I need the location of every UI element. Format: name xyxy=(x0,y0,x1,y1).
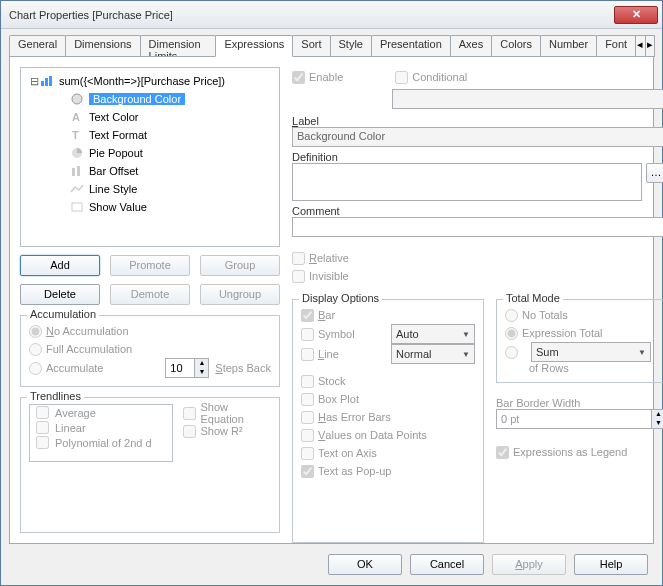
close-button[interactable]: ✕ xyxy=(614,6,658,24)
spin-down-icon[interactable]: ▼ xyxy=(651,419,663,428)
tab-expressions[interactable]: Expressions xyxy=(215,35,293,57)
tree-item-showvalue[interactable]: Show Value xyxy=(25,198,275,216)
add-button[interactable]: Add xyxy=(20,255,100,276)
tab-colors[interactable]: Colors xyxy=(491,35,541,57)
trendlines-legend: Trendlines xyxy=(27,390,84,402)
svg-rect-8 xyxy=(77,166,80,176)
list-item[interactable]: Linear xyxy=(30,420,172,435)
tree-item-label: Bar Offset xyxy=(89,165,138,177)
text-format-icon: T xyxy=(69,128,85,142)
spin-up-icon[interactable]: ▲ xyxy=(651,410,663,419)
tree-root-label: sum({<Month=>}[Purchase Price]) xyxy=(59,75,225,87)
tree-item-label: Background Color xyxy=(89,93,185,105)
tree-item-bgcolor[interactable]: Background Color xyxy=(25,90,275,108)
tree-item-linestyle[interactable]: Line Style xyxy=(25,180,275,198)
tree-item-label: Pie Popout xyxy=(89,147,143,159)
tree-item-label: Line Style xyxy=(89,183,137,195)
tree-item-baroffset[interactable]: Bar Offset xyxy=(25,162,275,180)
list-item[interactable]: Average xyxy=(30,405,172,420)
check-has-error-bars[interactable]: Has Error Bars xyxy=(301,408,475,426)
tree-item-textformat[interactable]: T Text Format xyxy=(25,126,275,144)
svg-rect-0 xyxy=(41,81,44,86)
radio-no-totals[interactable]: No Totals xyxy=(505,306,657,324)
definition-input[interactable] xyxy=(292,163,642,201)
tab-presentation[interactable]: Presentation xyxy=(371,35,451,57)
check-values-datapoints[interactable]: Values on Data Points xyxy=(301,426,475,444)
collapse-icon[interactable]: ⊟ xyxy=(29,75,39,88)
check-boxplot[interactable]: Box Plot xyxy=(301,390,475,408)
group-button[interactable]: Group xyxy=(200,255,280,276)
definition-expand-button[interactable]: … xyxy=(646,163,663,183)
radio-accumulate[interactable]: Accumulate xyxy=(29,359,103,377)
check-symbol[interactable]: Symbol xyxy=(301,325,385,343)
tab-general[interactable]: General xyxy=(9,35,66,57)
comment-input[interactable] xyxy=(292,217,663,237)
total-mode-group: Total Mode No Totals Expression Total Su… xyxy=(496,299,663,383)
bar-border-label: Bar Border Width xyxy=(496,397,663,409)
tab-dimension-limits[interactable]: Dimension Limits xyxy=(140,35,217,57)
delete-button[interactable]: Delete xyxy=(20,284,100,305)
spin-up-icon[interactable]: ▲ xyxy=(194,359,208,368)
check-relative[interactable]: Relative xyxy=(292,249,663,267)
pie-icon xyxy=(69,146,85,160)
symbol-combo[interactable]: Auto▼ xyxy=(391,324,475,344)
check-conditional[interactable]: Conditional xyxy=(395,68,467,86)
check-line[interactable]: Line xyxy=(301,345,385,363)
bar-border-spinner[interactable]: ▲▼ xyxy=(496,409,663,429)
cancel-button[interactable]: Cancel xyxy=(410,554,484,575)
label-label: Label xyxy=(292,115,663,127)
check-enable[interactable]: Enable xyxy=(292,68,343,86)
check-stock[interactable]: Stock xyxy=(301,372,475,390)
tab-dimensions[interactable]: Dimensions xyxy=(65,35,140,57)
tab-sort[interactable]: Sort xyxy=(292,35,330,57)
tab-style[interactable]: Style xyxy=(330,35,372,57)
expression-tree[interactable]: ⊟ sum({<Month=>}[Purchase Price]) Backgr… xyxy=(20,67,280,247)
definition-label: Definition xyxy=(292,151,663,163)
check-bar[interactable]: Bar xyxy=(301,306,475,324)
tab-axes[interactable]: Axes xyxy=(450,35,492,57)
check-text-as-popup[interactable]: Text as Pop-up xyxy=(301,462,475,480)
radio-full-accumulation[interactable]: Full Accumulation xyxy=(29,340,271,358)
window-title: Chart Properties [Purchase Price] xyxy=(9,9,614,21)
steps-input[interactable] xyxy=(166,359,194,377)
sum-combo[interactable]: Sum▼ xyxy=(531,342,651,362)
bar-border-input[interactable] xyxy=(497,410,651,428)
tree-item-label: Text Format xyxy=(89,129,147,141)
tree-root-row[interactable]: ⊟ sum({<Month=>}[Purchase Price]) xyxy=(25,72,275,90)
steps-spinner[interactable]: ▲▼ xyxy=(165,358,209,378)
radio-sum[interactable] xyxy=(505,343,525,361)
label-input[interactable]: Background Color xyxy=(292,127,663,147)
trendlines-list[interactable]: Average Linear Polynomial of 2nd d xyxy=(29,404,173,462)
help-button[interactable]: Help xyxy=(574,554,648,575)
svg-point-3 xyxy=(72,94,82,104)
chart-icon xyxy=(39,74,55,88)
check-expr-as-legend[interactable]: Expressions as Legend xyxy=(496,443,663,461)
steps-back-label: Steps Back xyxy=(215,362,271,374)
check-text-on-axis[interactable]: Text on Axis xyxy=(301,444,475,462)
demote-button[interactable]: Demote xyxy=(110,284,190,305)
ungroup-button[interactable]: Ungroup xyxy=(200,284,280,305)
conditional-input[interactable] xyxy=(392,89,663,109)
promote-button[interactable]: Promote xyxy=(110,255,190,276)
tab-font[interactable]: Font xyxy=(596,35,636,57)
line-combo[interactable]: Normal▼ xyxy=(391,344,475,364)
check-invisible[interactable]: Invisible xyxy=(292,267,663,285)
svg-rect-1 xyxy=(45,78,48,86)
chevron-down-icon: ▼ xyxy=(462,330,470,339)
tree-item-piepopout[interactable]: Pie Popout xyxy=(25,144,275,162)
list-item[interactable]: Polynomial of 2nd d xyxy=(30,435,172,450)
tree-item-textcolor[interactable]: A Text Color xyxy=(25,108,275,126)
check-show-equation[interactable]: Show Equation xyxy=(183,404,271,422)
display-options-legend: Display Options xyxy=(299,292,382,304)
spin-down-icon[interactable]: ▼ xyxy=(194,368,208,377)
trendlines-group: Trendlines Average Linear Polynomial of … xyxy=(20,397,280,533)
radio-expression-total[interactable]: Expression Total xyxy=(505,324,657,342)
ok-button[interactable]: OK xyxy=(328,554,402,575)
display-options-group: Display Options Bar Symbol Auto▼ Line No… xyxy=(292,299,484,543)
radio-no-accumulation[interactable]: No Accumulation xyxy=(29,322,271,340)
comment-label: Comment xyxy=(292,205,663,217)
svg-rect-9 xyxy=(72,203,82,211)
tab-number[interactable]: Number xyxy=(540,35,597,57)
apply-button[interactable]: Apply xyxy=(492,554,566,575)
tab-scroll-right[interactable]: ▸ xyxy=(645,35,655,57)
